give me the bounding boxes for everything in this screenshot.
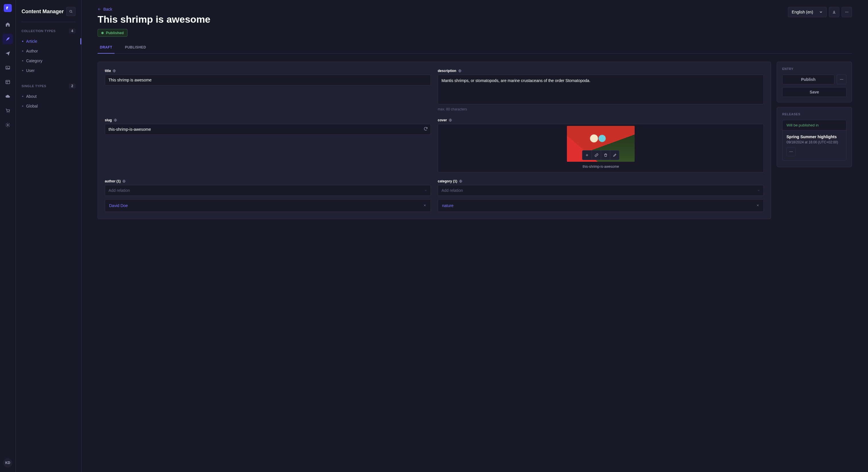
select-category-placeholder: Add relation — [441, 188, 463, 193]
sidebar-search-button[interactable] — [66, 7, 75, 16]
nav-cloud-icon[interactable] — [3, 91, 13, 102]
author-chip-remove[interactable] — [423, 203, 427, 208]
help-description: max. 80 characters — [438, 107, 764, 111]
cover-link-button[interactable] — [592, 150, 601, 160]
field-cover: cover this-shrimp-is-awesome — [438, 118, 764, 172]
select-author[interactable]: Add relation — [105, 185, 431, 196]
caret-down-icon — [424, 189, 427, 192]
release-date: 09/18/2024 at 16:00 (UTC+02:00) — [786, 140, 842, 144]
publish-more-button[interactable] — [837, 74, 846, 84]
release-status: Will be published in — [782, 120, 846, 131]
label-description: description — [438, 69, 456, 73]
releases-panel: Releases Will be published in Spring Sum… — [777, 107, 852, 167]
nav-marketplace-icon[interactable] — [3, 105, 13, 116]
field-author: author (1) Add relation David Doe — [105, 179, 431, 212]
publish-button[interactable]: Publish — [782, 74, 834, 84]
caret-down-icon — [819, 10, 823, 14]
release-more-button[interactable] — [786, 147, 796, 156]
label-category: category (1) — [438, 179, 457, 183]
cover-add-button[interactable] — [582, 150, 592, 160]
nav-content-icon[interactable] — [3, 34, 13, 44]
user-avatar[interactable]: KD — [3, 458, 12, 467]
form-panel: title description max. 80 characters — [98, 62, 771, 219]
more-button[interactable] — [842, 7, 852, 17]
sidebar-title: Content Manager — [22, 9, 64, 14]
category-chip-name[interactable]: nature — [442, 203, 454, 208]
category-chip-remove[interactable] — [756, 203, 760, 208]
back-label: Back — [103, 7, 112, 11]
category-chip: nature — [438, 199, 764, 212]
nav-item-global[interactable]: Global — [16, 101, 81, 111]
input-title[interactable] — [105, 74, 431, 86]
nav-home-icon[interactable] — [3, 20, 13, 30]
status-badge: Published — [98, 29, 127, 37]
entry-panel-title: Entry — [782, 67, 846, 71]
globe-icon — [114, 119, 117, 122]
select-category[interactable]: Add relation — [438, 185, 764, 196]
page-title: This shrimp is awesome — [98, 14, 210, 25]
cover-caption: this-shrimp-is-awesome — [583, 165, 619, 169]
releases-panel-title: Releases — [782, 112, 846, 116]
tab-published[interactable]: Published — [123, 45, 148, 53]
author-chip-name[interactable]: David Doe — [109, 203, 128, 208]
main-content: Back This shrimp is awesome Published En… — [82, 0, 868, 472]
cover-edit-button[interactable] — [610, 150, 619, 160]
globe-icon — [459, 179, 462, 183]
nav-item-about[interactable]: About — [16, 92, 81, 101]
globe-icon — [448, 119, 452, 122]
globe-icon — [458, 69, 462, 72]
section-label-single: Single Types — [22, 84, 46, 88]
nav-item-author[interactable]: Author — [16, 46, 81, 56]
input-slug[interactable] — [105, 124, 431, 135]
input-description[interactable] — [438, 74, 764, 104]
section-count-single: 2 — [69, 83, 75, 89]
globe-icon — [113, 69, 116, 72]
slug-regenerate-button[interactable] — [423, 127, 428, 132]
nav-send-icon[interactable] — [3, 48, 13, 59]
label-cover: cover — [438, 118, 447, 122]
section-count-collection: 4 — [69, 28, 75, 34]
release-name: Spring Summer highlights — [786, 134, 842, 139]
cover-delete-button[interactable] — [601, 150, 610, 160]
field-title: title — [105, 69, 431, 111]
label-title: title — [105, 69, 111, 73]
app-logo[interactable] — [4, 4, 12, 12]
tab-draft[interactable]: Draft — [98, 45, 115, 53]
download-button[interactable] — [829, 7, 839, 17]
author-chip: David Doe — [105, 199, 431, 212]
content-sidebar: Content Manager Collection Types 4 Artic… — [16, 0, 82, 472]
nav-media-icon[interactable] — [3, 63, 13, 73]
nav-rail: KD — [0, 0, 16, 472]
nav-item-category[interactable]: Category — [16, 56, 81, 66]
field-description: description max. 80 characters — [438, 69, 764, 111]
nav-builder-icon[interactable] — [3, 77, 13, 87]
nav-item-user[interactable]: User — [16, 66, 81, 75]
label-slug: slug — [105, 118, 112, 122]
field-slug: slug — [105, 118, 431, 172]
caret-down-icon — [757, 189, 760, 192]
section-label-collection: Collection Types — [22, 29, 56, 33]
cover-image — [567, 126, 634, 162]
locale-value: English (en) — [792, 10, 813, 14]
locale-select[interactable]: English (en) — [788, 7, 827, 17]
nav-item-article[interactable]: Article — [16, 36, 81, 46]
select-author-placeholder: Add relation — [108, 188, 130, 193]
globe-icon — [122, 179, 126, 183]
field-category: category (1) Add relation nature — [438, 179, 764, 212]
nav-settings-icon[interactable] — [3, 120, 13, 130]
back-link[interactable]: Back — [98, 7, 112, 11]
save-button[interactable]: Save — [782, 87, 846, 97]
label-author: author (1) — [105, 179, 121, 183]
tabs: Draft Published — [98, 45, 852, 54]
entry-panel: Entry Publish Save — [777, 62, 852, 102]
aside: Entry Publish Save Releases Will be publ… — [777, 62, 852, 167]
release-card: Will be published in Spring Summer highl… — [782, 120, 846, 161]
